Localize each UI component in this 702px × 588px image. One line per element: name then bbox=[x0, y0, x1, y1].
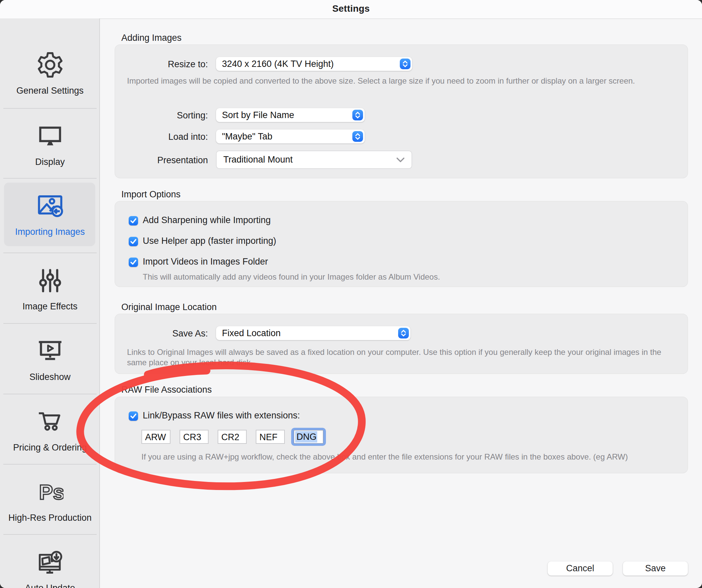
import-videos-help-text: This will automatically add any videos f… bbox=[143, 272, 627, 282]
load-into-value: "Maybe" Tab bbox=[222, 131, 272, 142]
checkbox-label: Add Sharpening while Importing bbox=[143, 215, 271, 225]
window-title: Settings bbox=[0, 3, 702, 14]
title-bar: Settings bbox=[0, 0, 702, 19]
chevron-down-icon bbox=[395, 156, 405, 165]
raw-extension-input-nef[interactable]: NEF bbox=[256, 430, 285, 444]
resize-help-text: Imported images will be copied and conve… bbox=[127, 76, 649, 86]
checkbox-checked-icon bbox=[129, 237, 138, 246]
gear-icon bbox=[0, 52, 100, 78]
display-icon bbox=[0, 123, 100, 150]
raw-extension-input-cr2[interactable]: CR2 bbox=[218, 430, 247, 444]
sidebar-item-high-res-production[interactable]: Ps High-Res Production bbox=[0, 464, 100, 534]
settings-window: Settings General Settings Display bbox=[0, 0, 702, 588]
section-title-original-image-location: Original Image Location bbox=[121, 302, 217, 312]
save-as-help-text: Links to Original Images will always be … bbox=[127, 347, 678, 368]
checkbox-checked-icon bbox=[129, 258, 138, 267]
save-as-value: Fixed Location bbox=[222, 328, 281, 338]
sidebar-item-general-settings[interactable]: General Settings bbox=[0, 37, 100, 108]
import-images-icon bbox=[0, 193, 100, 219]
sidebar-item-pricing-ordering[interactable]: Pricing & Ordering bbox=[0, 394, 100, 464]
text-input: DNG bbox=[294, 430, 323, 444]
raw-extension-input-dng-focused[interactable]: DNG bbox=[291, 428, 326, 446]
sidebar-item-image-effects[interactable]: Image Effects bbox=[0, 253, 100, 323]
sidebar-item-slideshow[interactable]: Slideshow bbox=[0, 323, 100, 394]
sidebar-item-label: General Settings bbox=[0, 86, 100, 96]
checkbox-checked-icon bbox=[129, 216, 138, 225]
raw-help-text: If you are using a RAW+jpg workflow, che… bbox=[141, 452, 643, 462]
section-title-adding-images: Adding Images bbox=[121, 33, 182, 43]
sidebar-item-label: Display bbox=[0, 157, 100, 167]
svg-text:Ps: Ps bbox=[39, 481, 63, 504]
sidebar-item-auto-update[interactable]: Auto Update bbox=[0, 534, 100, 588]
popup-stepper-icon bbox=[400, 59, 411, 69]
load-into-label: Load into: bbox=[168, 132, 208, 142]
sidebar-item-label: Auto Update bbox=[0, 583, 100, 588]
load-into-popup[interactable]: "Maybe" Tab bbox=[216, 129, 365, 143]
cancel-button[interactable]: Cancel bbox=[548, 561, 613, 576]
checkbox-label: Use Helper app (faster importing) bbox=[143, 236, 276, 246]
sidebar-item-label: Slideshow bbox=[0, 372, 100, 382]
sidebar-item-label: Image Effects bbox=[0, 301, 100, 312]
popup-stepper-icon bbox=[398, 328, 409, 338]
checkbox-label: Link/Bypass RAW files with extensions: bbox=[143, 410, 300, 421]
sidebar-item-importing-images[interactable]: Importing Images bbox=[0, 178, 100, 253]
sidebar: General Settings Display bbox=[0, 18, 100, 588]
photoshop-icon: Ps bbox=[0, 479, 100, 505]
save-button[interactable]: Save bbox=[623, 561, 688, 576]
sidebar-item-label: Importing Images bbox=[0, 227, 100, 237]
sidebar-item-display[interactable]: Display bbox=[0, 108, 100, 178]
sliders-icon bbox=[0, 267, 100, 294]
presentation-label: Presentation bbox=[157, 155, 208, 166]
presentation-value: Traditional Mount bbox=[223, 155, 293, 165]
checkbox-checked-icon bbox=[129, 411, 138, 421]
raw-extension-input-arw[interactable]: ARW bbox=[141, 430, 170, 444]
save-as-popup[interactable]: Fixed Location bbox=[216, 326, 411, 340]
sidebar-item-label: Pricing & Ordering bbox=[0, 443, 100, 453]
sorting-label: Sorting: bbox=[177, 110, 208, 121]
slideshow-icon bbox=[0, 338, 100, 365]
resize-to-value: 3240 x 2160 (4K TV Height) bbox=[222, 59, 334, 69]
checkbox-label: Import Videos in Images Folder bbox=[143, 257, 268, 267]
raw-extension-input-cr3[interactable]: CR3 bbox=[180, 430, 209, 444]
resize-to-popup[interactable]: 3240 x 2160 (4K TV Height) bbox=[216, 57, 412, 71]
resize-to-label: Resize to: bbox=[168, 59, 208, 70]
save-as-label: Save As: bbox=[172, 328, 208, 339]
auto-update-icon bbox=[0, 549, 100, 576]
cart-icon bbox=[0, 408, 100, 435]
popup-stepper-icon bbox=[352, 110, 363, 120]
section-title-raw-file-associations: RAW File Associations bbox=[121, 385, 212, 395]
sidebar-item-label: High-Res Production bbox=[0, 513, 100, 523]
presentation-combobox[interactable]: Traditional Mount bbox=[216, 151, 412, 169]
section-title-import-options: Import Options bbox=[121, 189, 181, 200]
sorting-popup[interactable]: Sort by File Name bbox=[216, 108, 365, 122]
popup-stepper-icon bbox=[352, 131, 363, 142]
sorting-value: Sort by File Name bbox=[222, 110, 294, 120]
